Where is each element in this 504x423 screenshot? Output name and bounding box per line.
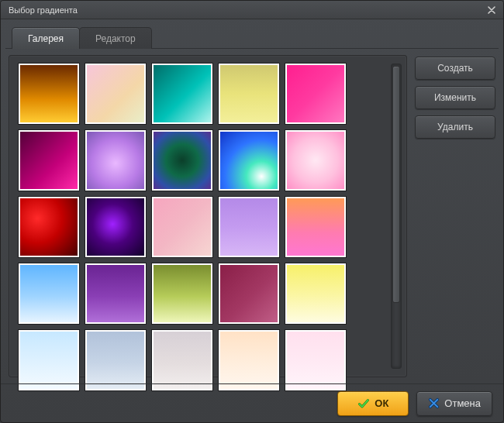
cancel-button[interactable]: Отмена <box>416 391 492 416</box>
titlebar: Выбор градиента <box>1 1 503 19</box>
gradient-swatch[interactable] <box>85 263 146 324</box>
gradient-swatch[interactable] <box>285 197 346 257</box>
gallery-panel <box>9 55 407 377</box>
scroll-thumb[interactable] <box>392 66 400 303</box>
delete-button[interactable]: Удалить <box>415 115 495 139</box>
gradient-swatch[interactable] <box>152 197 212 257</box>
gradient-swatch[interactable] <box>152 64 212 124</box>
x-icon <box>428 397 440 409</box>
button-label: Удалить <box>437 122 473 132</box>
button-label: Изменить <box>434 92 476 103</box>
footer: ОК Отмена <box>1 383 503 422</box>
gradient-swatch[interactable] <box>85 330 146 390</box>
gradient-swatch[interactable] <box>152 130 212 191</box>
ok-button[interactable]: ОК <box>337 391 409 416</box>
gradient-swatch[interactable] <box>85 130 146 191</box>
gradient-swatch[interactable] <box>285 64 346 124</box>
tab-editor[interactable]: Редактор <box>79 27 152 49</box>
side-buttons: Создать Изменить Удалить <box>415 55 495 377</box>
gradient-swatch[interactable] <box>152 330 212 390</box>
gradient-swatch[interactable] <box>85 197 146 257</box>
swatch-viewport <box>19 64 402 369</box>
edit-button[interactable]: Изменить <box>415 86 495 109</box>
gradient-swatch[interactable] <box>19 263 79 324</box>
gradient-swatch[interactable] <box>219 130 279 191</box>
gradient-swatch[interactable] <box>152 263 212 324</box>
button-label: Создать <box>437 63 473 74</box>
create-button[interactable]: Создать <box>415 57 495 80</box>
body-area: Создать Изменить Удалить <box>1 49 503 383</box>
gradient-swatch[interactable] <box>19 330 79 390</box>
close-button[interactable] <box>485 3 499 17</box>
gradient-swatch[interactable] <box>285 130 346 191</box>
button-label: ОК <box>375 397 388 409</box>
button-label: Отмена <box>444 397 481 409</box>
close-icon <box>488 6 495 14</box>
gradient-swatch[interactable] <box>219 330 279 390</box>
gradient-picker-window: Выбор градиента Галерея Редактор Созд <box>0 0 504 423</box>
gradient-swatch[interactable] <box>19 130 79 191</box>
gradient-swatch[interactable] <box>219 263 279 324</box>
tab-label: Галерея <box>28 33 64 44</box>
gradient-swatch[interactable] <box>85 64 146 124</box>
scrollbar[interactable] <box>391 64 402 369</box>
tab-gallery[interactable]: Галерея <box>12 27 80 49</box>
gradient-swatch[interactable] <box>285 330 346 390</box>
check-icon <box>357 397 370 410</box>
gradient-swatch[interactable] <box>219 64 279 124</box>
gradient-swatch[interactable] <box>19 197 79 257</box>
tab-bar: Галерея Редактор <box>1 19 503 49</box>
window-title: Выбор градиента <box>9 5 485 15</box>
gradient-swatch[interactable] <box>19 64 79 124</box>
swatch-grid <box>19 64 385 369</box>
gradient-swatch[interactable] <box>219 197 279 257</box>
gradient-swatch[interactable] <box>285 263 346 324</box>
tab-label: Редактор <box>95 33 136 44</box>
